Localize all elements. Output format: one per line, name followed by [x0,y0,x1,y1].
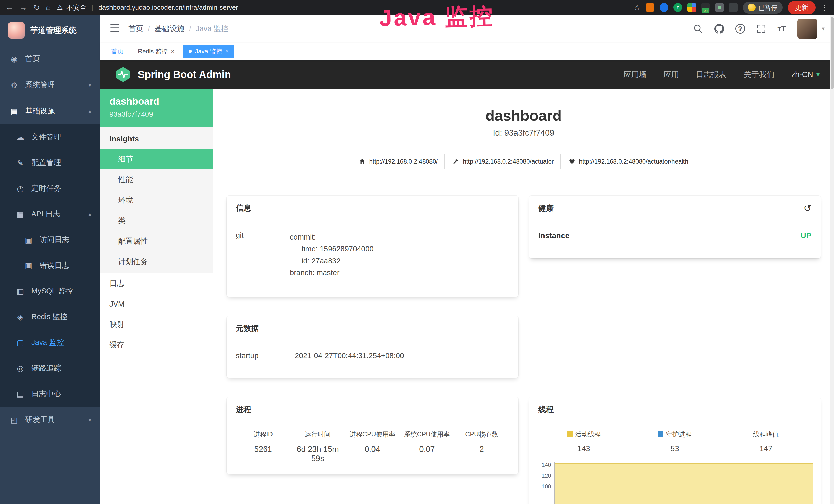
sidebar-item-file-manage[interactable]: ☁ 文件管理 [0,124,100,150]
extension-icon-leaf[interactable] [715,3,724,12]
sba-nav-journal[interactable]: 日志报表 [696,69,727,80]
sidebar-item-mysql-monitor[interactable]: ▥ MySQL 监控 [0,278,100,304]
redis-monitor-icon: ◈ [16,313,25,321]
sba-item-caches[interactable]: 缓存 [100,335,213,356]
sidebar-item-label: 研发工具 [25,415,55,425]
app-logo[interactable]: 芋道管理系统 [0,15,100,46]
info-git-row: git commit: time: 1596289704000 id: 27aa… [236,231,509,286]
info-key: git [236,231,290,286]
y-tick: 140 [534,462,551,473]
health-card-body: Instance UP [529,221,821,258]
extension-icon-puzzle[interactable] [729,3,738,12]
actuator-url-button[interactable]: http://192.168.0.2:48080/actuator [446,154,561,169]
sidebar-item-java-monitor[interactable]: ▢ Java 监控 [0,330,100,356]
legend-label: 线程峰值 [721,430,812,438]
help-icon[interactable]: ? [736,24,745,33]
bookmark-star-icon[interactable]: ☆ [634,3,641,12]
sba-item-details[interactable]: 细节 [100,149,213,169]
sidebar-item-home[interactable]: ◉ 首页 [0,46,100,72]
file-manage-icon: ☁ [16,133,25,142]
close-icon[interactable]: × [171,48,174,55]
font-size-icon[interactable]: тT [777,24,786,33]
sidebar-item-access-log[interactable]: ▣ 访问日志 [0,227,100,253]
sba-item-logs[interactable]: 日志 [100,273,213,294]
browser-back-icon[interactable]: ← [6,3,13,12]
info-card: 信息 git commit: time: 1596289704000 id: 2… [226,196,518,297]
browser-home-icon[interactable]: ⌂ [46,3,50,12]
info-card-body: git commit: time: 1596289704000 id: 27aa… [226,221,518,297]
git-branch-line: branch: master [290,267,509,279]
search-icon[interactable] [693,24,703,33]
sba-logo-icon [114,66,132,83]
tag-home[interactable]: 首页 [106,45,129,58]
sba-instance-id: 93a3fc7f7409 [109,110,204,118]
access-log-icon: ▣ [24,235,34,245]
browser-update-button[interactable]: 更新 [788,1,815,15]
fullscreen-icon[interactable] [756,24,766,33]
sba-item-metrics[interactable]: 性能 [100,169,213,190]
health-url-button[interactable]: http://192.168.0.2:48080/actuator/health [562,154,695,169]
sba-item-scheduled-tasks[interactable]: 计划任务 [100,252,213,272]
extension-icon-drop[interactable] [660,3,668,12]
sidebar-item-api-log[interactable]: ▦ API 日志 ▴ [0,201,100,227]
user-avatar[interactable] [797,19,817,39]
history-icon[interactable]: ↺ [804,203,811,214]
address-bar[interactable]: ⚠ 不安全 | dashboard.yudao.iocoder.cn/infra… [57,3,628,12]
scrollbar-thumb[interactable] [831,17,834,89]
sba-item-classes[interactable]: 类 [100,210,213,231]
page-scrollbar[interactable] [830,15,834,504]
sba-brand[interactable]: Spring Boot Admin [114,66,231,83]
extension-icon-green[interactable]: Y [674,3,682,12]
github-icon[interactable] [714,24,724,33]
sidebar-item-system-manage[interactable]: ⚙ 系统管理 ▾ [0,72,100,98]
sba-locale-select[interactable]: zh-CN ▾ [791,70,820,79]
sidebar-item-log-center[interactable]: ▤ 日志中心 [0,381,100,407]
metric-value: 2 [454,445,509,454]
sidebar-item-dev-tools[interactable]: ◰ 研发工具 ▾ [0,407,100,433]
sba-nav-applications[interactable]: 应用 [663,69,679,80]
sidebar-item-label: API 日志 [31,209,60,219]
sidebar-menu: ◉ 首页 ⚙ 系统管理 ▾ ▤ 基础设施 ▴ ☁ 文件管理 ✎ 配置管 [0,46,100,433]
blue-swatch-icon [658,431,663,437]
browser-forward-icon[interactable]: → [20,3,27,12]
sidebar-item-label: 首页 [25,54,40,64]
tag-redis-monitor[interactable]: Redis 监控 × [133,45,180,58]
breadcrumb-home[interactable]: 首页 [128,24,143,34]
log-center-icon: ▤ [16,389,25,398]
close-icon[interactable]: × [225,48,228,55]
sidebar-item-scheduled-job[interactable]: ◷ 定时任务 [0,176,100,201]
app-sidebar: 芋道管理系统 ◉ 首页 ⚙ 系统管理 ▾ ▤ 基础设施 ▴ ☁ 文件管理 [0,15,100,504]
sidebar-item-infrastructure[interactable]: ▤ 基础设施 ▴ [0,98,100,124]
avatar-caret-icon[interactable]: ▾ [822,25,825,32]
browser-menu-icon[interactable]: ⋮ [821,3,828,12]
service-url-button[interactable]: http://192.168.0.2:48080/ [352,154,445,169]
extension-icon-switch[interactable]: on [701,3,710,12]
legend-label: 守护进程 [629,430,721,438]
metric-value: 0.04 [345,445,400,454]
sidebar-item-trace[interactable]: ◎ 链路追踪 [0,356,100,381]
trace-icon: ◎ [16,364,25,373]
sidebar-item-redis-monitor[interactable]: ◈ Redis 监控 [0,304,100,330]
sba-item-mappings[interactable]: 映射 [100,314,213,335]
threads-card-title: 线程 [529,397,821,422]
sidebar-item-error-log[interactable]: ▣ 错误日志 [0,253,100,278]
paused-badge-label: 已暂停 [758,3,777,12]
sba-nav-about[interactable]: 关于我们 [744,69,774,80]
paused-profile-badge[interactable]: 已暂停 [743,2,783,14]
sidebar-item-config-manage[interactable]: ✎ 配置管理 [0,150,100,176]
sba-instance-header[interactable]: dashboard 93a3fc7f7409 [100,89,213,127]
sba-nav-wallboard[interactable]: 应用墙 [623,69,646,80]
extension-icon-fox[interactable] [646,3,655,12]
extension-icon-grid[interactable] [687,3,696,12]
sba-item-jvm[interactable]: JVM [100,294,213,314]
legend-text: 线程峰值 [753,431,779,438]
tag-java-monitor[interactable]: Java 监控 × [183,45,234,58]
sba-item-config-props[interactable]: 配置属性 [100,231,213,252]
active-tag-dot [189,50,192,53]
breadcrumb-infrastructure[interactable]: 基础设施 [155,24,184,34]
sidebar-submenu-infrastructure: ☁ 文件管理 ✎ 配置管理 ◷ 定时任务 ▦ API 日志 ▴ ▣ [0,124,100,407]
sba-item-environment[interactable]: 环境 [100,190,213,210]
browser-reload-icon[interactable]: ↻ [34,3,40,12]
hamburger-icon[interactable] [109,23,120,35]
app-title: 芋道管理系统 [30,25,76,36]
